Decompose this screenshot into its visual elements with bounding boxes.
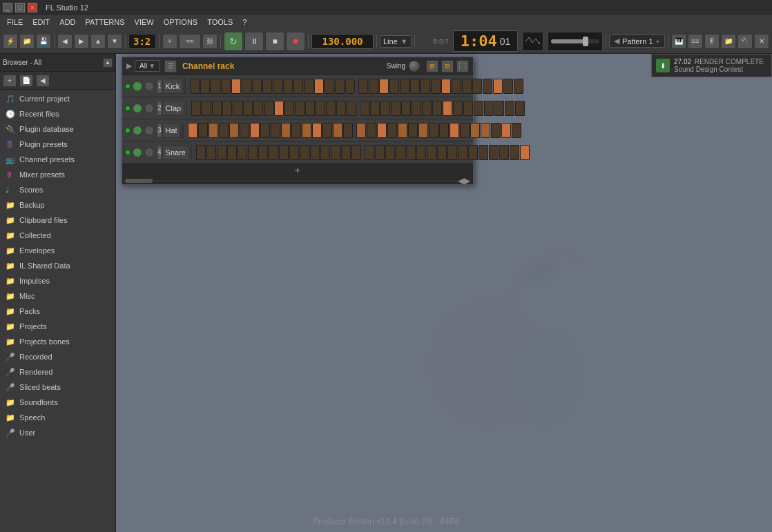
pad-hat-pads-0[interactable]: [188, 123, 197, 138]
snare-active-light[interactable]: [125, 150, 131, 155]
pad-kick-pads-9[interactable]: [283, 79, 293, 94]
plus-btn[interactable]: +: [162, 34, 177, 49]
pad-hat-pads-29[interactable]: [491, 123, 501, 138]
menu-help[interactable]: ?: [238, 17, 251, 28]
pad-hat-pads-31[interactable]: [512, 123, 521, 138]
pad-snare-pads-19[interactable]: [396, 145, 405, 160]
pad-kick-pads-24[interactable]: [441, 79, 451, 94]
pad-kick-pads-21[interactable]: [410, 79, 420, 94]
pad-snare-pads-31[interactable]: [520, 145, 530, 160]
bpm-display[interactable]: 130.000: [311, 34, 374, 49]
pad-hat-pads-14[interactable]: [333, 123, 342, 138]
pad-hat-pads-17[interactable]: [367, 123, 376, 138]
pad-snare-pads-12[interactable]: [320, 145, 330, 160]
plugin-picker-btn[interactable]: 🔌: [737, 34, 753, 49]
pad-kick-pads-2[interactable]: [211, 79, 220, 94]
waveform-btn[interactable]: ≈≈: [179, 34, 201, 49]
browser-item-speech[interactable]: 📁 Speech: [0, 410, 115, 425]
pad-clap-pads-27[interactable]: [474, 101, 483, 116]
pad-snare-pads-10[interactable]: [300, 145, 309, 160]
browser-item-channel-presets[interactable]: 📺 Channel presets: [0, 152, 115, 167]
pad-clap-pads-29[interactable]: [494, 101, 504, 116]
browser-file-btn[interactable]: 📄: [19, 75, 33, 87]
pad-hat-pads-20[interactable]: [398, 123, 407, 138]
pad-hat-pads-3[interactable]: [219, 123, 229, 138]
menu-file[interactable]: FILE: [3, 17, 27, 28]
pad-kick-pads-5[interactable]: [242, 79, 251, 94]
pad-clap-pads-28[interactable]: [484, 101, 494, 116]
pad-hat-pads-25[interactable]: [450, 123, 459, 138]
hat-active-light[interactable]: [125, 128, 131, 133]
snare-name[interactable]: Snare: [162, 145, 189, 160]
pad-kick-pads-8[interactable]: [273, 79, 282, 94]
pad-snare-pads-18[interactable]: [385, 145, 395, 160]
menu-tools[interactable]: TOOLS: [203, 17, 237, 28]
pad-clap-pads-20[interactable]: [401, 101, 411, 116]
rack-grid-btn-1[interactable]: ⊞: [426, 60, 438, 72]
menu-patterns[interactable]: PATTERNS: [81, 17, 129, 28]
browser-item-recent-files[interactable]: 🕒 Recent files: [0, 106, 115, 121]
pad-snare-pads-4[interactable]: [238, 145, 247, 160]
browser-item-envelopes[interactable]: 📁 Envelopes: [0, 243, 115, 258]
mixer-btn[interactable]: 🎚: [704, 34, 720, 49]
pad-hat-pads-6[interactable]: [250, 123, 260, 138]
pad-hat-pads-10[interactable]: [291, 123, 301, 138]
pad-clap-pads-18[interactable]: [380, 101, 390, 116]
pad-snare-pads-25[interactable]: [458, 145, 467, 160]
pad-hat-pads-4[interactable]: [229, 123, 239, 138]
browser-item-shared-data[interactable]: 📁 IL Shared Data: [0, 258, 115, 273]
pad-snare-pads-29[interactable]: [499, 145, 509, 160]
pad-clap-pads-11[interactable]: [305, 101, 315, 116]
up-button[interactable]: ▲: [90, 34, 106, 49]
pad-snare-pads-11[interactable]: [310, 145, 320, 160]
pad-kick-pads-20[interactable]: [400, 79, 409, 94]
pad-snare-pads-28[interactable]: [489, 145, 499, 160]
rack-scrollbar[interactable]: ◀ ▶: [122, 177, 473, 184]
pad-kick-pads-28[interactable]: [483, 79, 492, 94]
add-channel-btn[interactable]: +: [122, 164, 473, 177]
pad-clap-pads-7[interactable]: [264, 101, 273, 116]
save-button[interactable]: 💾: [36, 34, 51, 49]
pad-hat-pads-1[interactable]: [198, 123, 208, 138]
line-selector[interactable]: Line ▼: [380, 35, 412, 48]
pad-hat-pads-12[interactable]: [312, 123, 322, 138]
kick-active-light[interactable]: [125, 83, 131, 89]
pad-kick-pads-16[interactable]: [358, 79, 368, 94]
rack-grid-btn-3[interactable]: ⋮⋮: [456, 60, 469, 72]
browser-item-projects-bones[interactable]: 📁 Projects bones: [0, 334, 115, 349]
menu-view[interactable]: VIEW: [131, 17, 158, 28]
rack-scroll-left[interactable]: ◀: [458, 176, 464, 186]
hat-mute-btn[interactable]: [133, 126, 142, 135]
rack-scroll-right[interactable]: ▶: [464, 176, 470, 186]
pad-clap-pads-15[interactable]: [347, 101, 356, 116]
pad-kick-pads-22[interactable]: [421, 79, 430, 94]
pad-clap-pads-31[interactable]: [515, 101, 525, 116]
browser-item-collected[interactable]: 📁 Collected: [0, 228, 115, 243]
pad-clap-pads-24[interactable]: [443, 101, 452, 116]
pad-snare-pads-22[interactable]: [427, 145, 436, 160]
pad-snare-pads-9[interactable]: [289, 145, 299, 160]
pad-hat-pads-21[interactable]: [408, 123, 418, 138]
loop-button[interactable]: ↻: [224, 32, 243, 51]
pad-clap-pads-2[interactable]: [212, 101, 222, 116]
pad-clap-pads-13[interactable]: [326, 101, 336, 116]
pad-kick-pads-14[interactable]: [335, 79, 345, 94]
rack-filter-dropdown[interactable]: All ▼: [135, 60, 160, 72]
pad-snare-pads-21[interactable]: [416, 145, 426, 160]
kick-solo-btn[interactable]: [144, 81, 154, 91]
pad-kick-pads-29[interactable]: [493, 79, 503, 94]
browser-item-plugin-presets[interactable]: 🎛 Plugin presets: [0, 137, 115, 152]
close-rack-btn[interactable]: ✕: [754, 34, 769, 49]
pad-snare-pads-15[interactable]: [351, 145, 361, 160]
pad-hat-pads-16[interactable]: [356, 123, 366, 138]
piano-roll-btn[interactable]: 🎹: [671, 34, 686, 49]
pad-hat-pads-28[interactable]: [481, 123, 490, 138]
pad-snare-pads-6[interactable]: [258, 145, 268, 160]
pad-snare-pads-13[interactable]: [331, 145, 340, 160]
pad-snare-pads-20[interactable]: [406, 145, 416, 160]
channel-rack-btn[interactable]: ≡≡: [688, 34, 703, 49]
rack-menu-btn[interactable]: ☰: [164, 60, 177, 72]
pad-hat-pads-13[interactable]: [322, 123, 332, 138]
undo-button[interactable]: ◀: [57, 34, 73, 49]
pad-snare-pads-16[interactable]: [365, 145, 374, 160]
